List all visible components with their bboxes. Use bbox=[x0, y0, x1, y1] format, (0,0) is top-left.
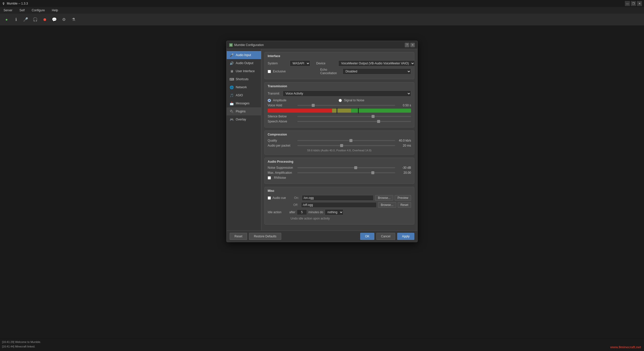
transmission-section-content: Transmit Voice Activity Push-to-Talk Con… bbox=[265, 89, 414, 127]
sidebar-label-messages: Messages bbox=[236, 102, 250, 105]
compression-section: Compression Quality 40.0 kb/s Audio per … bbox=[264, 130, 414, 155]
idle-minutes-input[interactable] bbox=[297, 209, 307, 215]
chat-icon[interactable]: 💬 bbox=[51, 16, 58, 23]
undo-idle-label: Undo idle action upon activity bbox=[291, 217, 330, 220]
minimize-button[interactable]: — bbox=[625, 1, 630, 6]
dialog-close-button[interactable]: ✕ bbox=[410, 43, 415, 47]
sidebar-item-audio-input[interactable]: 🎤 Audio Input bbox=[227, 51, 261, 59]
device-select[interactable]: VoiceMeeter Output (VB-Audio VoiceMeeter… bbox=[338, 60, 415, 66]
interface-section-content: System WASAPI Device VoiceMeeter Output … bbox=[265, 59, 414, 79]
menu-configure[interactable]: Configure bbox=[30, 8, 46, 13]
restore-defaults-button[interactable]: Restore Defaults bbox=[249, 233, 281, 240]
overlay-icon: 🎮 bbox=[230, 117, 234, 121]
sidebar-item-asio[interactable]: 🎵 ASIO bbox=[227, 91, 261, 99]
quality-row: Quality 40.0 kb/s bbox=[268, 139, 411, 142]
idle-action-select[interactable]: nothing deafen mute bbox=[325, 209, 343, 215]
audio-cue-on-row: Audio cue On: Browse... Preview bbox=[268, 195, 411, 201]
audio-cue-on-input[interactable] bbox=[302, 195, 374, 201]
reset-button[interactable]: Reset bbox=[230, 233, 247, 240]
audio-per-packet-row: Audio per packet 20 ms bbox=[268, 144, 411, 147]
max-amp-slider[interactable] bbox=[297, 172, 395, 173]
shortcuts-icon: ⌨ bbox=[230, 77, 234, 81]
menu-server[interactable]: Server bbox=[2, 8, 14, 13]
on-label: On: bbox=[294, 196, 300, 200]
voice-hold-slider[interactable] bbox=[297, 105, 395, 106]
audio-cue-reset-button[interactable]: Reset bbox=[398, 202, 411, 208]
cancel-button[interactable]: Cancel bbox=[376, 233, 395, 240]
audio-cue-checkbox[interactable] bbox=[268, 196, 271, 200]
noise-suppression-value: -30 dB bbox=[397, 166, 411, 169]
transmit-row: Transmit Voice Activity Push-to-Talk Con… bbox=[268, 91, 411, 97]
audio-cue-on-browse-button[interactable]: Browse... bbox=[375, 195, 393, 201]
audio-processing-section: Audio Processing Noise Suppression -30 d… bbox=[264, 158, 414, 184]
transmit-select[interactable]: Voice Activity Push-to-Talk Continuous bbox=[283, 91, 411, 97]
audio-cue-off-input[interactable] bbox=[301, 202, 377, 208]
mic-icon[interactable]: 🎤 bbox=[22, 16, 29, 23]
sidebar-label-shortcuts: Shortcuts bbox=[236, 77, 249, 81]
transmission-section-title: Transmission bbox=[265, 82, 414, 89]
idle-action-row: Idle action after minutes do nothing dea… bbox=[268, 209, 411, 215]
echo-cancel-select[interactable]: Disabled bbox=[343, 68, 411, 74]
after-label: after bbox=[289, 210, 295, 214]
speech-above-row: Speech Above bbox=[268, 120, 411, 123]
dialog-icon: M bbox=[229, 43, 233, 47]
system-select[interactable]: WASAPI bbox=[290, 60, 310, 66]
signal-noise-radio[interactable] bbox=[339, 99, 342, 102]
menubar: Server Self Configure Help bbox=[0, 7, 644, 14]
sidebar-label-audio-input: Audio Input bbox=[236, 53, 251, 57]
sidebar-item-overlay[interactable]: 🎮 Overlay bbox=[227, 115, 261, 123]
apply-button[interactable]: Apply bbox=[397, 233, 414, 240]
network-icon: 🌐 bbox=[230, 85, 234, 89]
misc-section: Misc Audio cue On: Browse... Preview bbox=[264, 187, 414, 225]
settings-icon[interactable]: ⚙ bbox=[60, 16, 67, 23]
menu-self[interactable]: Self bbox=[18, 8, 26, 13]
noise-suppression-slider[interactable] bbox=[297, 167, 395, 168]
quality-label: Quality bbox=[268, 139, 295, 142]
sidebar-label-plugins: Plugins bbox=[236, 110, 246, 113]
record-icon[interactable]: ⏺ bbox=[41, 16, 48, 23]
titlebar-controls: — ❐ ✕ bbox=[625, 1, 642, 6]
sidebar-item-plugins[interactable]: 🔌 Plugins bbox=[227, 107, 261, 115]
rnnoise-checkbox[interactable] bbox=[268, 176, 271, 180]
watermark: www.9minecraft.net bbox=[610, 345, 641, 349]
info-icon[interactable]: ℹ bbox=[13, 16, 20, 23]
exclusive-checkbox[interactable] bbox=[268, 70, 271, 73]
close-button[interactable]: ✕ bbox=[637, 1, 642, 6]
off-label: Off: bbox=[293, 203, 300, 207]
amplitude-radio[interactable] bbox=[268, 99, 271, 102]
sidebar-item-messages[interactable]: 📩 Messages bbox=[227, 99, 261, 107]
audio-cue-preview-button[interactable]: Preview bbox=[395, 195, 411, 201]
amplitude-row: Amplitude Signal to Noise bbox=[268, 99, 411, 102]
footer-right: OK Cancel Apply bbox=[360, 233, 414, 240]
speech-above-slider[interactable] bbox=[297, 121, 411, 122]
menu-help[interactable]: Help bbox=[50, 8, 60, 13]
headphone-icon[interactable]: 🎧 bbox=[32, 16, 39, 23]
max-amp-row: Max. Amplification 20.00 bbox=[268, 171, 411, 174]
ok-button[interactable]: OK bbox=[360, 233, 374, 240]
silence-below-slider[interactable] bbox=[297, 116, 411, 117]
restore-button[interactable]: ❐ bbox=[631, 1, 636, 6]
sidebar-label-audio-output: Audio Output bbox=[236, 61, 253, 65]
status-icon[interactable]: ● bbox=[3, 16, 10, 23]
signal-noise-label: Signal to Noise bbox=[344, 99, 364, 102]
sidebar-item-user-interface[interactable]: 🖥 User Interface bbox=[227, 67, 261, 75]
filter-icon[interactable]: ⚗ bbox=[70, 16, 77, 23]
audio-cue-off-browse-button[interactable]: Browse... bbox=[378, 202, 396, 208]
transmit-label: Transmit bbox=[268, 92, 283, 95]
sidebar-label-overlay: Overlay bbox=[236, 118, 246, 121]
dialog-titlebar: M Mumble Configuration ? ✕ bbox=[227, 41, 417, 49]
quality-slider[interactable] bbox=[297, 140, 395, 141]
sidebar-label-user-interface: User Interface bbox=[236, 69, 255, 73]
toolbar: ● ℹ 🎤 🎧 ⏺ 💬 ⚙ ⚗ bbox=[0, 14, 644, 26]
sidebar-item-audio-output[interactable]: 🔊 Audio Output bbox=[227, 59, 261, 67]
app-icon: 🎙 bbox=[2, 2, 5, 6]
main-area: M Mumble Configuration ? ✕ 🎤 Audio Input bbox=[0, 26, 644, 351]
interface-section-title: Interface bbox=[265, 52, 414, 59]
audio-per-packet-slider[interactable] bbox=[297, 145, 395, 146]
config-content: Interface System WASAPI Device VoiceMeet… bbox=[261, 49, 417, 231]
status-bar: [16:41:29] Welcome to Mumble. [16:41:44]… bbox=[0, 338, 644, 351]
sidebar-item-network[interactable]: 🌐 Network bbox=[227, 83, 261, 91]
sidebar-item-shortcuts[interactable]: ⌨ Shortcuts bbox=[227, 75, 261, 83]
dialog-help-button[interactable]: ? bbox=[405, 43, 409, 47]
compression-section-content: Quality 40.0 kb/s Audio per packet 20 ms… bbox=[265, 137, 414, 154]
